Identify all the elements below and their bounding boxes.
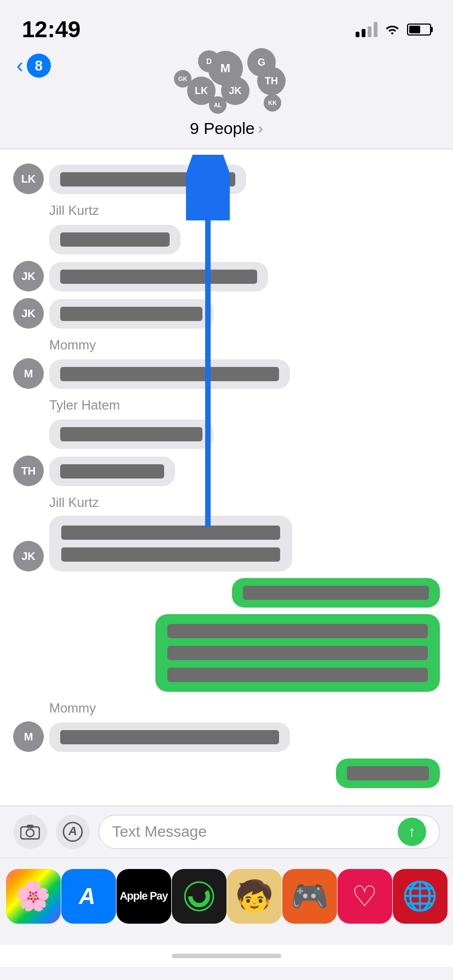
message-bubble — [232, 578, 440, 608]
message-row — [0, 575, 453, 611]
status-icons — [356, 21, 431, 38]
svg-rect-4 — [27, 825, 33, 828]
dock: 🌸 A Apple Pay 🧒 🎮 ♡ 🌐 — [0, 858, 453, 945]
message-bubble — [49, 299, 213, 329]
message-bubble — [49, 165, 246, 194]
appstore-app-icon[interactable]: A — [61, 869, 116, 924]
avatar-KK: KK — [264, 94, 281, 112]
sender-name: Mommy — [0, 332, 453, 355]
message-row: M — [0, 355, 453, 392]
group-avatars: M G TH JK LK D GK AL KK — [166, 48, 287, 114]
heart-app-icon[interactable]: ♡ — [338, 869, 392, 924]
home-bar — [172, 954, 281, 958]
avatar-M: M — [13, 358, 44, 389]
avatar-TH: TH — [257, 67, 286, 95]
avatar-LK: LK — [13, 164, 44, 194]
svg-text:A: A — [78, 883, 95, 909]
message-row: M — [0, 718, 453, 755]
character-app-icon[interactable]: 🧒 — [227, 869, 282, 924]
globe-app-icon[interactable]: 🌐 — [393, 869, 448, 924]
message-input[interactable]: Text Message ↑ — [98, 815, 440, 849]
message-bubble — [49, 457, 175, 486]
message-row — [0, 611, 453, 695]
back-button[interactable]: ‹ 8 — [16, 54, 51, 78]
messages-area: LK Jill Kurtz JK JK JK Mommy M Tyler H — [0, 149, 453, 806]
fitness-app-icon[interactable] — [172, 869, 226, 924]
avatar-JK: JK — [13, 298, 44, 329]
message-row: TH — [0, 415, 453, 452]
svg-point-3 — [26, 829, 34, 837]
applepay-app-icon[interactable]: Apple Pay — [117, 869, 171, 924]
avatar-M: M — [13, 721, 44, 752]
header: ‹ 8 M G TH JK LK D GK AL KK 9 People › — [0, 48, 453, 149]
camera-button[interactable] — [13, 815, 47, 849]
message-row: TH — [0, 452, 453, 489]
app-button[interactable]: A — [56, 815, 90, 849]
message-row: LK — [0, 160, 453, 197]
svg-text:A: A — [68, 824, 77, 838]
message-row: JK — [0, 258, 453, 295]
wifi-icon — [384, 21, 400, 38]
message-bubble — [336, 759, 440, 788]
back-badge: 8 — [27, 54, 51, 78]
back-chevron-icon: ‹ — [16, 54, 24, 78]
message-bubble — [49, 262, 268, 291]
message-row: JK — [0, 295, 453, 332]
battery-icon — [407, 24, 431, 36]
message-bubble — [49, 225, 181, 254]
avatar-GK: GK — [174, 70, 191, 88]
status-bar: 12:49 — [0, 0, 453, 48]
sender-name: Tyler Hatem — [0, 392, 453, 415]
sender-name: Jill Kurtz — [0, 489, 453, 512]
avatar-TH: TH — [13, 456, 44, 486]
chevron-right-icon: › — [258, 120, 263, 137]
message-input-placeholder: Text Message — [112, 823, 398, 841]
game-app-icon[interactable]: 🎮 — [282, 869, 337, 924]
sender-name: Mommy — [0, 695, 453, 718]
signal-icon — [356, 22, 378, 37]
people-count[interactable]: 9 People › — [190, 119, 263, 138]
message-row: JK — [0, 512, 453, 575]
avatar-JK: JK — [13, 541, 44, 571]
avatar-AL: AL — [209, 96, 226, 114]
send-button[interactable]: ↑ — [398, 818, 426, 846]
home-indicator — [0, 945, 453, 967]
avatar-D: D — [198, 50, 220, 72]
message-row — [0, 755, 453, 791]
status-time: 12:49 — [22, 16, 80, 43]
message-bubble — [155, 614, 440, 692]
sender-name: Jill Kurtz — [0, 197, 453, 220]
message-bubble — [49, 722, 290, 752]
message-row: JK — [0, 220, 453, 258]
message-bubble — [49, 359, 290, 389]
input-bar: A Text Message ↑ — [0, 806, 453, 858]
message-bubble — [49, 419, 213, 449]
message-bubble — [49, 516, 292, 571]
photos-app-icon[interactable]: 🌸 — [6, 869, 61, 924]
send-icon: ↑ — [408, 823, 416, 841]
avatar-JK: JK — [13, 261, 44, 291]
